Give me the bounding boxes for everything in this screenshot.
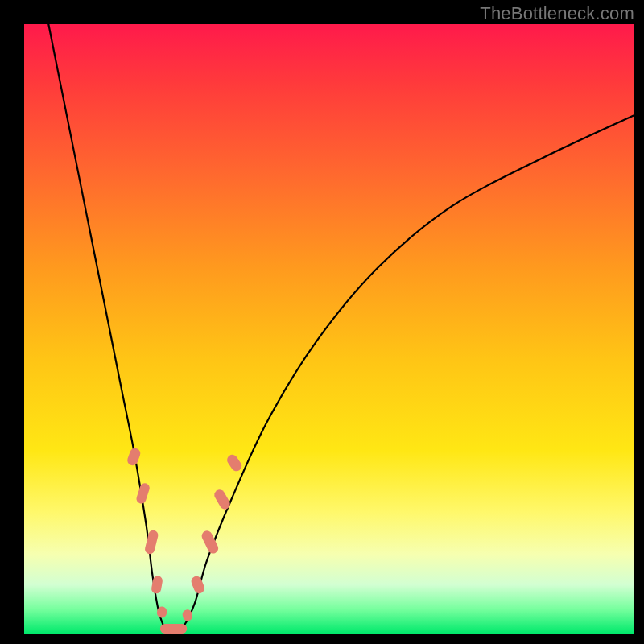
chart-frame: TheBottleneck.com <box>0 0 644 644</box>
marker <box>213 488 232 511</box>
marker <box>144 529 159 555</box>
watermark-text: TheBottleneck.com <box>480 3 634 24</box>
marker <box>166 624 187 634</box>
marker <box>126 447 142 467</box>
marker <box>135 482 151 505</box>
curve-svg <box>24 24 634 634</box>
marker <box>190 575 206 595</box>
marker <box>225 452 244 473</box>
plot-area <box>24 24 634 634</box>
curve-markers <box>126 447 243 634</box>
bottleneck-curve <box>48 24 634 634</box>
